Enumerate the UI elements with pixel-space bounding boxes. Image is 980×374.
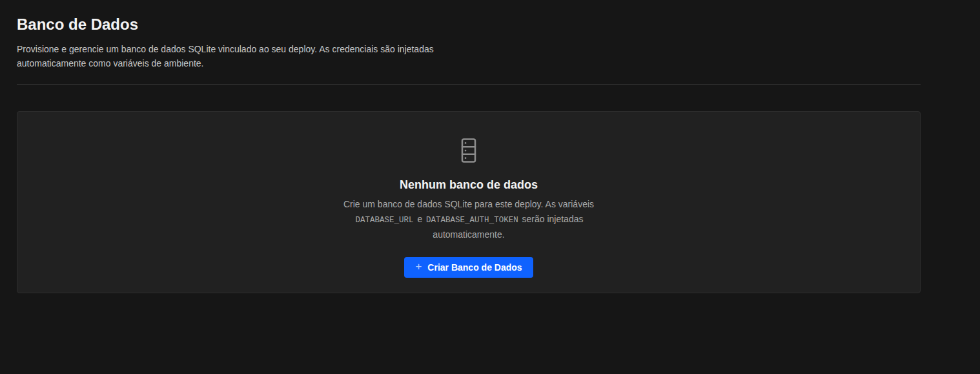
create-database-button-label: Criar Banco de Dados [427, 262, 522, 273]
plus-icon: + [415, 261, 422, 272]
create-database-button[interactable]: + Criar Banco de Dados [404, 257, 533, 278]
empty-state-heading: Nenhum banco de dados [400, 177, 538, 192]
header-divider [17, 84, 921, 85]
page-header: Banco de Dados Provisione e gerencie um … [17, 15, 921, 70]
description-connector: e [417, 214, 422, 224]
description-text-1: Crie um banco de dados SQLite para este … [343, 199, 594, 209]
page-title: Banco de Dados [17, 15, 921, 34]
empty-state-card: Nenhum banco de dados Crie um banco de d… [17, 111, 921, 293]
empty-state-description: Crie um banco de dados SQLite para este … [327, 197, 611, 242]
database-auth-token-code: DATABASE_AUTH_TOKEN [425, 216, 520, 225]
database-url-code: DATABASE_URL [354, 216, 415, 225]
page-subtitle: Provisione e gerencie um banco de dados … [17, 42, 456, 70]
database-server-icon [459, 138, 478, 163]
database-page: Banco de Dados Provisione e gerencie um … [17, 0, 921, 293]
